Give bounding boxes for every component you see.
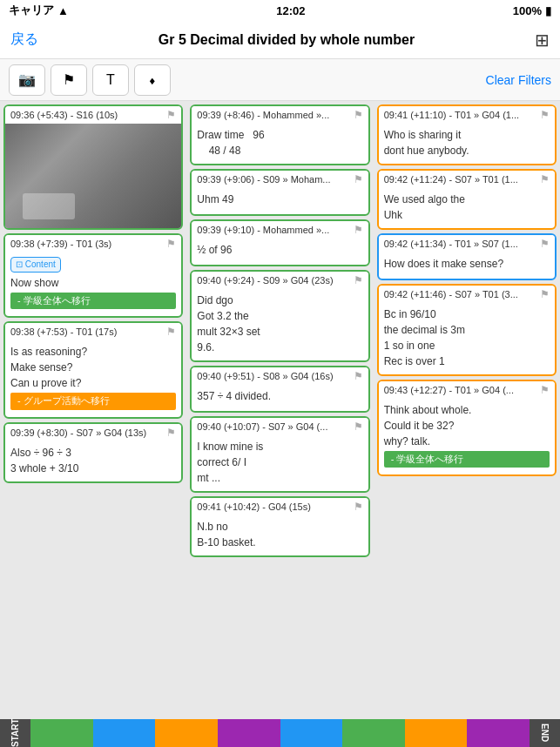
nav-bar: 戻る Gr 5 Decimal divided by whole number … [0, 21, 560, 59]
battery-icon: ▮ [545, 4, 551, 17]
flag-icon-c3-4[interactable]: ⚑ [540, 288, 550, 300]
card-header-c3-4: 09:42 (+11:46) - S07 » T01 (3... ⚑ [379, 286, 555, 303]
wifi-icon: ▲ [57, 4, 69, 17]
card-timestamp-c1-4: 09:39 (+8:30) - S07 » G04 (13s) [10, 427, 146, 438]
card-header-c2-2: 09:39 (+9:06) - S09 » Moham... ⚑ [192, 171, 368, 188]
migration-label-c1-3: - グループ活動へ移行 [10, 393, 176, 409]
card-c3-3: 09:42 (+11:34) - T01 » S07 (1... ⚑ How d… [377, 233, 557, 280]
card-timestamp-c3-5: 09:43 (+12:27) - T01 » G04 (... [384, 385, 514, 395]
card-c2-4: 09:40 (+9:24) - S09 » G04 (23s) ⚑ Did dg… [190, 270, 369, 362]
segment-5[interactable] [280, 719, 343, 747]
card-c3-4: 09:42 (+11:46) - S07 » T01 (3... ⚑ Bc in… [377, 284, 557, 376]
card-timestamp-c3-2: 09:42 (+11:24) - S07 » T01 (1... [384, 174, 518, 185]
card-header-c2-6: 09:40 (+10:07) - S07 » G04 (... ⚑ [192, 418, 368, 435]
page-title: Gr 5 Decimal divided by whole number [159, 32, 415, 48]
end-label: END [530, 719, 560, 747]
card-header-c2-1: 09:39 (+8:46) - Mohammed »... ⚑ [192, 106, 368, 124]
flag-icon-c1-3[interactable]: ⚑ [166, 326, 176, 338]
card-body-c1-2: ⊡ Content Now show - 学級全体へ移行 [5, 252, 181, 316]
segment-2[interactable] [93, 719, 156, 747]
card-header-c2-4: 09:40 (+9:24) - S09 » G04 (23s) ⚑ [192, 272, 368, 289]
text-button[interactable]: T [92, 64, 129, 96]
card-c2-1: 09:39 (+8:46) - Mohammed »... ⚑ Draw tim… [190, 104, 369, 165]
flag-icon: ⚑ [63, 71, 75, 88]
card-header-c3-2: 09:42 (+11:24) - S07 » T01 (1... ⚑ [379, 171, 555, 188]
card-text-c3-1: Who is sharing itdont hue anybody. [384, 127, 550, 158]
flag-icon-c2-1[interactable]: ⚑ [354, 109, 363, 121]
content-tag: ⊡ Content [10, 257, 61, 273]
card-header-c2-7: 09:41 (+10:42) - G04 (15s) ⚑ [192, 498, 368, 515]
card-header-c1-1: 09:36 (+5:43) - S16 (10s) ⚑ [5, 106, 181, 124]
flag-icon-c1-4[interactable]: ⚑ [166, 427, 176, 439]
status-left: キャリア ▲ [9, 3, 69, 18]
card-body-c2-6: I know mine iscorrect 6/ Imt ... [192, 435, 368, 491]
tag-button[interactable]: ⬧ [134, 64, 171, 96]
card-timestamp-c3-3: 09:42 (+11:34) - T01 » S07 (1... [384, 239, 518, 249]
flag-icon-c3-2[interactable]: ⚑ [540, 173, 550, 185]
grid-icon[interactable]: ⊞ [535, 30, 550, 50]
card-c2-7: 09:41 (+10:42) - G04 (15s) ⚑ N.b noB-10 … [190, 496, 369, 557]
battery-label: 100% [513, 4, 542, 17]
card-timestamp-c3-4: 09:42 (+11:46) - S07 » T01 (3... [384, 289, 518, 299]
segment-6[interactable] [342, 719, 405, 747]
flag-icon-c2-2[interactable]: ⚑ [354, 173, 363, 185]
card-c1-1: 09:36 (+5:43) - S16 (10s) ⚑ [3, 104, 183, 230]
flag-icon-c2-6[interactable]: ⚑ [354, 421, 363, 433]
flag-icon-c2-7[interactable]: ⚑ [354, 501, 363, 513]
flag-icon-c3-5[interactable]: ⚑ [540, 384, 550, 396]
segment-4[interactable] [218, 719, 280, 747]
timeline-segments[interactable] [30, 719, 530, 747]
carrier-label: キャリア [9, 3, 54, 18]
card-text-c2-4: Did dgoGot 3.2 themult 32×3 set9.6. [197, 293, 362, 355]
migration-label-c3-5: - 学級全体へ移行 [384, 451, 550, 468]
tag-icon: ⬧ [148, 72, 157, 88]
flag-icon-c1-2[interactable]: ⚑ [166, 238, 176, 250]
card-body-c3-2: We used algo theUhk [379, 188, 555, 228]
card-c1-2: 09:38 (+7:39) - T01 (3s) ⚑ ⊡ Content Now… [3, 233, 183, 318]
flag-icon-c3-1[interactable]: ⚑ [540, 109, 550, 121]
segment-3[interactable] [155, 719, 218, 747]
status-right: 100% ▮ [513, 4, 551, 17]
content-tag-icon: ⊡ [16, 259, 23, 271]
bottom-bar: START END [0, 719, 560, 747]
flag-icon-c2-4[interactable]: ⚑ [354, 274, 363, 286]
toolbar: 📷 ⚑ T ⬧ Clear Filters [0, 59, 560, 101]
card-timestamp-c2-6: 09:40 (+10:07) - S07 » G04 (... [197, 421, 327, 432]
card-header-c3-5: 09:43 (+12:27) - T01 » G04 (... ⚑ [379, 381, 555, 399]
card-body-c2-1: Draw time 96 48 / 48 [192, 124, 368, 164]
migration-label-c1-2: - 学級全体へ移行 [10, 293, 176, 309]
card-c2-2: 09:39 (+9:06) - S09 » Moham... ⚑ Uhm 49 [190, 169, 369, 216]
card-c1-4: 09:39 (+8:30) - S07 » G04 (13s) ⚑ Also ÷… [3, 422, 183, 483]
card-body-c1-4: Also ÷ 96 ÷ 33 whole + 3/10 [5, 441, 181, 481]
flag-button[interactable]: ⚑ [51, 64, 87, 96]
card-c2-5: 09:40 (+9:51) - S08 » G04 (16s) ⚑ 357 ÷ … [190, 366, 369, 413]
camera-button[interactable]: 📷 [9, 64, 45, 96]
card-image-c1-1 [5, 124, 181, 228]
card-text-c2-7: N.b noB-10 basket. [197, 519, 362, 550]
card-header-c3-3: 09:42 (+11:34) - T01 » S07 (1... ⚑ [379, 235, 555, 252]
card-timestamp-c3-1: 09:41 (+11:10) - T01 » G04 (1... [384, 110, 519, 120]
card-header-c2-3: 09:39 (+9:10) - Mohammed »... ⚑ [192, 221, 368, 239]
flag-icon-c1-1[interactable]: ⚑ [166, 109, 176, 121]
card-c3-5: 09:43 (+12:27) - T01 » G04 (... ⚑ Think … [377, 380, 557, 476]
segment-7[interactable] [405, 719, 468, 747]
flag-icon-c2-3[interactable]: ⚑ [354, 224, 363, 236]
card-text-c2-3: ½ of 96 [197, 242, 362, 258]
clear-filters-button[interactable]: Clear Filters [486, 73, 551, 87]
card-body-c2-4: Did dgoGot 3.2 themult 32×3 set9.6. [192, 289, 368, 360]
camera-icon: 📷 [18, 71, 36, 88]
card-header-c2-5: 09:40 (+9:51) - S08 » G04 (16s) ⚑ [192, 367, 368, 385]
flag-icon-c2-5[interactable]: ⚑ [354, 370, 363, 382]
card-body-c2-7: N.b noB-10 basket. [192, 515, 368, 555]
text-icon: T [106, 72, 115, 88]
card-body-c1-3: Is as reasoning?Make sense?Can u prove i… [5, 340, 181, 416]
card-timestamp-c2-7: 09:41 (+10:42) - G04 (15s) [197, 501, 311, 512]
time-label: 12:02 [276, 4, 305, 17]
segment-8[interactable] [467, 719, 530, 747]
segment-1[interactable] [30, 719, 93, 747]
card-text-c2-2: Uhm 49 [197, 192, 362, 207]
card-timestamp-c2-2: 09:39 (+9:06) - S09 » Moham... [197, 174, 330, 185]
flag-icon-c3-3[interactable]: ⚑ [540, 238, 550, 250]
back-button[interactable]: 戻る [10, 30, 38, 49]
card-timestamp-c1-3: 09:38 (+7:53) - T01 (17s) [10, 326, 117, 337]
